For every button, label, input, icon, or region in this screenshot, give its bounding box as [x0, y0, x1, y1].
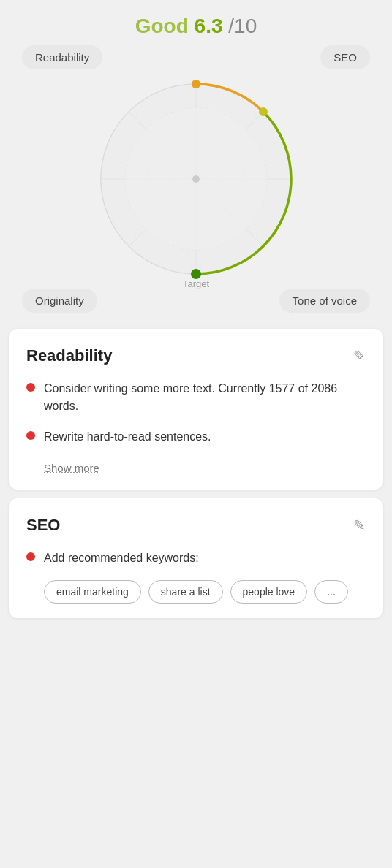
svg-point-13 [191, 269, 201, 279]
radar-svg: Target [79, 62, 313, 296]
keyword-tag-0[interactable]: email marketing [44, 580, 141, 604]
seo-bullet-1: Add recommended keywords: [26, 549, 366, 567]
readability-card: Readability ✎ Consider writing some more… [9, 329, 383, 490]
score-suffix: /10 [228, 15, 257, 37]
bullet-dot-1 [26, 383, 35, 392]
radar-bottom-labels: Originality Tone of voice [15, 289, 377, 313]
seo-bullet-dot-1 [26, 552, 35, 561]
readability-card-title: Readability [26, 346, 112, 365]
readability-label[interactable]: Readability [22, 45, 102, 69]
svg-point-12 [259, 107, 268, 116]
seo-card-header: SEO ✎ [26, 516, 366, 535]
radar-top-labels: Readability SEO [15, 45, 377, 69]
svg-point-14 [192, 175, 200, 183]
keyword-tag-2[interactable]: people love [230, 580, 308, 604]
main-container: Good 6.3 /10 Readability SEO [0, 0, 392, 618]
bullet-dot-2 [26, 431, 35, 440]
score-value: 6.3 [195, 15, 223, 37]
keyword-tag-1[interactable]: share a list [148, 580, 223, 604]
readability-card-header: Readability ✎ [26, 346, 366, 365]
tone-label[interactable]: Tone of voice [279, 289, 370, 313]
keyword-tags-container: email marketing share a list people love… [44, 580, 366, 604]
seo-edit-icon[interactable]: ✎ [353, 517, 366, 534]
keyword-tag-more[interactable]: ... [314, 580, 348, 604]
svg-point-11 [192, 80, 200, 88]
seo-bullet-text-1: Add recommended keywords: [44, 549, 199, 567]
seo-card-title: SEO [26, 516, 60, 535]
readability-bullet-1: Consider writing some more text. Current… [26, 380, 366, 415]
seo-label[interactable]: SEO [320, 45, 370, 69]
originality-label[interactable]: Originality [22, 289, 97, 313]
radar-area: Readability SEO [0, 38, 392, 320]
readability-bullet-text-1: Consider writing some more text. Current… [44, 380, 366, 415]
show-more-button[interactable]: Show more [44, 462, 99, 474]
radar-chart: Target [79, 62, 313, 296]
seo-card: SEO ✎ Add recommended keywords: email ma… [9, 498, 383, 618]
readability-bullet-text-2: Rewrite hard-to-read sentences. [44, 428, 211, 446]
readability-bullet-2: Rewrite hard-to-read sentences. [26, 428, 366, 446]
svg-text:Target: Target [183, 278, 210, 289]
score-section: Good 6.3 /10 [0, 0, 392, 38]
score-display: Good 6.3 /10 [7, 15, 385, 38]
readability-edit-icon[interactable]: ✎ [353, 347, 366, 365]
score-good-label: Good [135, 15, 189, 37]
